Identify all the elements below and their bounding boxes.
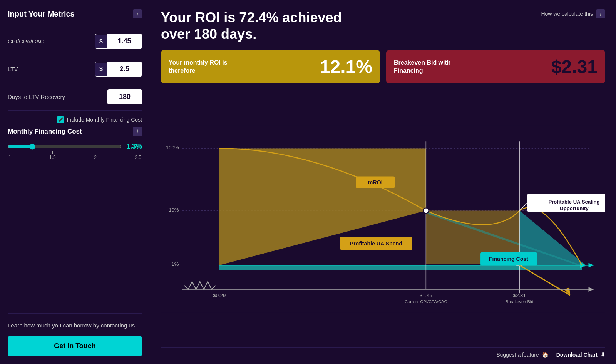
how-calc-info-button[interactable]: i — [596, 9, 605, 18]
financing-checkbox-label: Include Monthly Financing Cost — [67, 117, 142, 123]
right-panel: Your ROI is 72.4% achieved over 180 days… — [150, 0, 616, 364]
x-sublabel-breakeven: Breakeven Bid — [506, 300, 533, 304]
y-label-10: 10% — [169, 207, 179, 213]
ltv-input[interactable] — [107, 62, 142, 76]
x-label-231: $2.31 — [513, 293, 526, 299]
breakeven-bid-label: Breakeven Bid with Financing — [394, 59, 463, 75]
financing-slider-row: 1.3% — [8, 142, 142, 150]
svg-text:Opportunity: Opportunity — [559, 205, 589, 211]
bottom-bar: Suggest a feature 🏠 Download Chart ⬇ — [161, 347, 605, 358]
right-header: Your ROI is 72.4% achieved over 180 days… — [161, 9, 605, 42]
tick-1: 1 — [8, 151, 11, 160]
svg-marker-6 — [219, 265, 582, 270]
suggest-icon: 🏠 — [542, 352, 549, 358]
breakeven-bid-value: $2.31 — [551, 56, 598, 77]
panel-header: Input Your Metrics i — [8, 9, 142, 18]
panel-info-button[interactable]: i — [133, 9, 142, 18]
download-chart-label: Download Chart — [556, 352, 598, 358]
days-row: Days to LTV Recovery — [8, 83, 142, 111]
cpi-prefix: $ — [95, 35, 107, 48]
financing-header: Monthly Financing Cost i — [8, 127, 142, 136]
days-label: Days to LTV Recovery — [8, 94, 65, 100]
roi-headline-line2: over 180 days. — [161, 26, 342, 42]
financing-value: 1.3% — [126, 142, 142, 150]
x-sublabel-current: Current CPI/CPA/CAC — [405, 300, 447, 304]
monthly-roi-value: 12.1% — [320, 56, 372, 77]
borrow-text: Learn how much you can borrow by contact… — [8, 321, 142, 330]
breakeven-bid-card: Breakeven Bid with Financing $2.31 — [386, 50, 605, 83]
get-in-touch-button[interactable]: Get in Touch — [8, 336, 142, 356]
monthly-roi-card: Your monthly ROI is therefore 12.1% — [161, 50, 380, 83]
financing-slider[interactable] — [8, 144, 122, 150]
tick-4: 2.5 — [135, 151, 141, 160]
roi-headline: Your ROI is 72.4% achieved over 180 days… — [161, 9, 342, 42]
how-calc[interactable]: How we calculate this i — [541, 9, 605, 18]
ltv-prefix: $ — [95, 63, 107, 76]
left-panel: Input Your Metrics i CPI/CPA/CAC $ LTV $… — [0, 0, 150, 364]
suggest-feature[interactable]: Suggest a feature 🏠 — [496, 352, 549, 358]
mroi-label: mROI — [368, 179, 383, 185]
cpi-input-group: $ — [95, 34, 142, 49]
slider-ticks: 1 1.5 2 2.5 — [8, 151, 142, 160]
tick-2: 1.5 — [49, 151, 56, 160]
financing-title: Monthly Financing Cost — [8, 128, 82, 135]
y-label-1: 1% — [172, 262, 179, 267]
how-calc-label: How we calculate this — [541, 11, 593, 17]
suggest-feature-label: Suggest a feature — [496, 352, 539, 358]
tick-3: 2 — [94, 151, 97, 160]
checkbox-row: Include Monthly Financing Cost — [8, 111, 142, 127]
svg-point-15 — [423, 208, 429, 214]
ltv-row: LTV $ — [8, 55, 142, 83]
financing-info-button[interactable]: i — [133, 127, 142, 136]
metrics-row: Your monthly ROI is therefore 12.1% Brea… — [161, 50, 605, 83]
roi-headline-line1: Your ROI is 72.4% achieved — [161, 9, 342, 26]
y-label-100: 100% — [166, 145, 179, 150]
profitable-ua-scaling-label: Profitable UA Scaling — [548, 199, 599, 205]
download-icon: ⬇ — [601, 352, 605, 358]
borrow-section: Learn how much you can borrow by contact… — [8, 313, 142, 357]
days-input[interactable] — [107, 89, 142, 104]
financing-checkbox[interactable] — [57, 116, 64, 123]
financing-cost-label: Financing Cost — [489, 256, 529, 262]
cpi-row: CPI/CPA/CAC $ — [8, 28, 142, 55]
download-chart[interactable]: Download Chart ⬇ — [556, 352, 605, 358]
monthly-roi-label: Your monthly ROI is therefore — [169, 59, 238, 75]
cpi-input[interactable] — [107, 34, 142, 48]
cpi-label: CPI/CPA/CAC — [8, 38, 44, 45]
panel-title: Input Your Metrics — [8, 10, 75, 18]
profitable-ua-spend-label: Profitable UA Spend — [350, 240, 402, 247]
x-label-145: $1.45 — [420, 293, 432, 299]
ltv-label: LTV — [8, 66, 18, 72]
x-label-029: $0.29 — [213, 293, 226, 299]
chart-area: 100% 10% 1% — [161, 91, 605, 347]
ltv-input-group: $ — [95, 62, 142, 77]
chart-svg: 100% 10% 1% — [161, 91, 605, 347]
